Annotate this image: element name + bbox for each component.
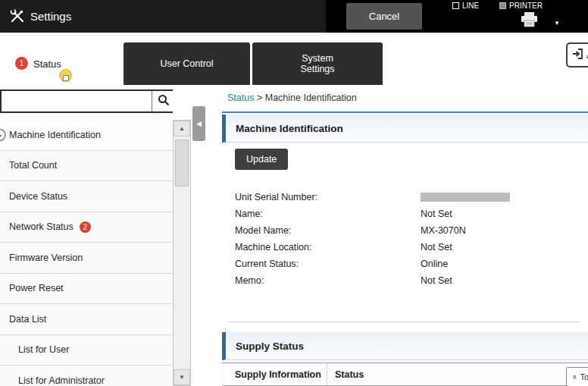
field-value: MX-3070N [421,225,466,236]
printer-icon[interactable] [520,11,540,31]
field-current-status: Current Status: Online [235,256,510,272]
sidebar-item-label: Total Count [9,160,57,171]
supply-table-header: Supply Information Status [222,362,588,386]
login-button[interactable]: A [566,42,588,67]
sidebar: ▶ Machine Identification Total Count Dev… [0,85,173,386]
scroll-up-button[interactable]: ▲ [174,121,190,137]
field-label: Model Name: [235,225,421,236]
sidebar-item-firmware-version[interactable]: Firmware Version [0,243,173,274]
printer-dropdown-caret[interactable]: ▼ [554,20,560,27]
printer-status: PRINTER [499,2,543,10]
field-value: Not Set [421,209,452,219]
main-content: Status > Machine Identification Machine … [216,85,588,386]
settings-tools-icon [10,8,25,24]
breadcrumb-separator: > [257,93,262,103]
sidebar-item-machine-identification[interactable]: ▶ Machine Identification [0,120,173,151]
sidebar-item-label: List for Administrator [18,375,105,386]
top-bar: Settings Cancel LINE PRINTER ▼ [0,0,588,33]
line-checkbox[interactable] [452,2,459,9]
breadcrumb: Status > Machine Identification [227,93,357,103]
sidebar-search-box [0,89,173,113]
sidebar-item-power-reset[interactable]: Power Reset [0,274,173,305]
sidebar-collapse-handle[interactable]: ◀ [192,106,205,141]
cancel-button[interactable]: Cancel [346,3,422,30]
sidebar-nav-list: ▶ Machine Identification Total Count Dev… [0,120,173,386]
field-model-name: Model Name: MX-3070N [235,222,510,239]
sidebar-item-total-count[interactable]: Total Count [0,151,173,182]
network-status-badge: 2 [80,221,91,233]
to-top-button[interactable]: ∧ To [566,367,588,386]
sidebar-item-label: Power Reset [9,283,64,293]
field-label: Current Status: [235,259,421,269]
tab-bar: 1 Status User Control System Settings A [0,33,588,85]
field-label: Unit Serial Number: [235,192,421,202]
search-input[interactable] [2,91,152,111]
field-label: Machine Location: [235,242,421,253]
status-tab-badge: 1 [15,57,28,70]
sidebar-item-network-status[interactable]: Network Status 2 [0,212,173,243]
field-label: Name: [235,209,421,219]
sidebar-item-list-for-user[interactable]: List for User [0,335,173,366]
field-unit-serial-number: Unit Serial Number: [235,189,510,206]
app-title: Settings [30,0,71,33]
line-status: LINE [452,2,479,10]
search-button[interactable] [152,91,173,111]
field-value: Not Set [421,275,452,286]
sidebar-item-label: Device Status [9,191,67,202]
scrollbar-thumb[interactable] [175,140,189,187]
supply-section-title: Supply Status [236,340,304,352]
breadcrumb-status-link[interactable]: Status [227,93,254,103]
supply-status-section-header: Supply Status [222,332,588,360]
content-accent-rule [222,111,588,113]
field-label: Memo: [235,275,421,286]
field-value: Not Set [421,242,452,253]
printer-indicator [499,2,506,9]
sidebar-scrollbar[interactable]: ▲ ▼ [173,120,191,386]
breadcrumb-current: Machine Identification [265,93,357,103]
machine-info-fields: Unit Serial Number: Name: Not Set Model … [235,189,510,289]
field-memo: Memo: Not Set [235,272,510,289]
cursor-indicator [59,69,72,82]
sidebar-item-data-list[interactable]: Data List [0,304,173,335]
field-name: Name: Not Set [235,206,510,222]
update-button[interactable]: Update [235,149,288,170]
sidebar-item-label: Data List [9,314,46,325]
sidebar-item-device-status[interactable]: Device Status [0,181,173,212]
printer-label: PRINTER [509,2,543,10]
sidebar-item-label: Network Status [9,221,74,232]
chevron-up-icon: ∧ [572,373,577,381]
tab-user-control-label: User Control [160,58,213,69]
scroll-down-button[interactable]: ▼ [174,369,190,385]
line-label: LINE [462,2,479,10]
column-status: Status [327,363,588,385]
sidebar-item-label: List for User [18,344,69,355]
to-top-label: To [580,372,588,381]
tab-user-control[interactable]: User Control [124,42,250,85]
sidebar-item-label: Firmware Version [9,253,83,263]
machine-identification-section-header: Machine Identification [222,115,588,143]
field-machine-location: Machine Location: Not Set [235,239,510,256]
tab-system-settings[interactable]: System Settings [252,42,383,85]
sidebar-item-list-for-administrator[interactable]: List for Administrator [0,366,173,386]
selected-item-marker: ▶ [0,128,6,141]
redacted-serial-value [421,193,510,202]
section-title: Machine Identification [236,123,343,134]
search-icon [158,94,170,108]
login-icon [572,49,583,61]
column-supply-information: Supply Information [222,363,327,385]
field-value: Online [421,259,448,269]
tab-status-label: Status [33,58,61,70]
tab-system-settings-label: System Settings [287,53,348,74]
sidebar-item-label: Machine Identification [9,130,101,140]
section-divider [227,322,580,322]
